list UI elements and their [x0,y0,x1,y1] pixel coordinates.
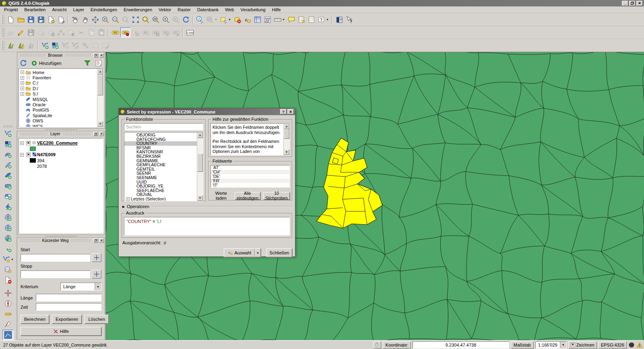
identify-features-button[interactable]: i [195,14,205,25]
layer-row-n47e009[interactable]: −✕N47E009 [19,152,103,158]
layer-visibility-checkbox[interactable]: ✕ [26,141,31,145]
scale-combo[interactable]: 1:166'029 ▼ [535,341,567,349]
browser-close-button[interactable]: ✕ [99,53,104,58]
export-button[interactable]: Exportieren [52,315,82,324]
coordinate-capture-button[interactable] [2,288,14,298]
zoom-out-button[interactable] [110,14,120,25]
toolbar-grip[interactable] [2,28,4,37]
field-values-list[interactable]: 'AT''CH''DE''FR''IT''LI' [211,165,290,188]
help-contents-button[interactable]: ? [334,14,344,25]
add-grass-vector-layer-button[interactable] [40,40,50,50]
function-list-item[interactable]: SEEFLAECHE [124,188,197,193]
capture-stop-point-button[interactable] [92,270,101,279]
text-annotation-button[interactable]: T▼ [316,14,330,25]
new-bookmark-button[interactable] [296,14,306,25]
length-input[interactable] [36,294,101,302]
select-features-button[interactable]: ▼ [219,14,232,25]
function-list-item[interactable]: KANTONSNR [124,150,197,154]
toolbar-grip[interactable] [3,125,13,128]
menu-verarbeitung[interactable]: Verarbeitung [237,7,268,12]
function-list-scrollbar[interactable]: ▲ ▼ [197,132,203,201]
zoom-to-selection-button[interactable] [140,14,151,25]
menu-datenbank[interactable]: Datenbank [194,7,222,12]
crs-status-button[interactable] [628,342,635,348]
help-button[interactable]: Hilfe [21,327,101,336]
add-wfs-layer-button[interactable] [2,233,14,244]
shortest-path-close-button[interactable]: ✕ [99,238,104,243]
minimize-button[interactable]: _ [622,1,628,6]
field-calculator-button[interactable] [262,14,272,25]
restore-button[interactable] [629,1,636,6]
menu-vektor[interactable]: Vektor [155,7,174,12]
browser-item-ows[interactable]: OWS [19,118,97,124]
new-shapefile-layer-button[interactable]: ▼ [2,254,14,264]
load-values-button[interactable]: Werte laden [211,191,232,200]
highlight-pinned-labels-button[interactable]: abc [110,27,120,37]
browser-properties-button[interactable] [94,59,103,68]
touch-zoom-and-pan-button[interactable] [70,14,80,25]
add-wcs-layer-button[interactable] [2,223,14,233]
start-input[interactable] [21,254,90,262]
browser-add-button[interactable]: Hinzufügen [30,59,64,68]
browser-item-s-[interactable]: +S:/ [19,91,97,97]
scroll-down-icon[interactable]: ▼ [97,121,103,127]
new-print-composer-button[interactable] [46,14,56,25]
browser-refresh-button[interactable] [19,59,28,68]
expander-icon[interactable]: − [20,153,24,157]
messages-button[interactable] [636,342,643,348]
pan-to-selection-button[interactable] [90,14,100,25]
layer-float-button[interactable] [93,132,98,136]
function-search-input[interactable] [124,123,203,130]
expander-icon[interactable]: + [21,76,24,80]
browser-filter-button[interactable] [83,59,92,68]
function-list-item[interactable]: GEMTEIL [124,167,197,171]
dialog-help-button[interactable]: ? [280,109,287,114]
remove-layer-button[interactable] [2,275,14,285]
browser-float-button[interactable] [93,53,98,58]
select-button[interactable]: ε Auswahl [224,248,255,257]
browser-item-postgis[interactable]: PostGIS [19,107,97,113]
expander-icon[interactable]: − [20,141,24,145]
field-value-item[interactable]: 'IT' [211,183,289,188]
menu-ansicht[interactable]: Ansicht [49,7,70,12]
expander-icon[interactable]: + [126,197,130,201]
scroll-up-icon[interactable]: ▲ [197,132,203,138]
function-list-item[interactable]: COUNTRY [124,141,197,146]
select-by-expression-button[interactable]: ε [242,14,252,25]
add-spatialite-layer-button[interactable] [2,160,14,170]
expander-icon[interactable]: + [21,70,24,74]
stop-input[interactable] [21,271,90,278]
function-list-item[interactable]: SEENR [124,171,197,176]
help-scrollbar[interactable]: ▲ ▼ [283,124,289,155]
calculate-button[interactable]: Berechnen [21,315,49,324]
menu-web[interactable]: Web [222,7,237,12]
add-raster-layer-button[interactable] [2,139,14,149]
zoom-to-layer-button[interactable] [151,14,161,25]
menu-einstellungen[interactable]: Einstellungen [87,7,120,12]
browser-item-wcs[interactable]: WCS [19,124,97,127]
open-attribute-table-button[interactable] [252,14,262,25]
function-list-item[interactable]: GEMFLAECHE [124,163,197,167]
layer-close-button[interactable]: ✕ [99,132,104,136]
expander-arrow-icon[interactable]: ▶ [122,205,125,209]
scroll-down-icon[interactable]: ▼ [284,149,289,155]
save-project-button[interactable] [26,14,36,25]
add-sqlanywhere-layer-button[interactable] [2,202,14,212]
menu-raster[interactable]: Raster [174,7,194,12]
layer-visibility-checkbox[interactable]: ✕ [26,153,31,157]
shortest-path-titlebar[interactable]: Kürzester Weg ✕ [17,237,105,243]
new-spatialite-layer-button[interactable] [2,264,14,275]
pipe-tool-button[interactable] [2,309,14,319]
show-bookmarks-button[interactable] [306,14,316,25]
scroll-up-icon[interactable]: ▲ [97,69,103,74]
all-unique-button[interactable]: Alle eindeutigen [235,192,260,200]
layer-legend-row[interactable]: 2078 [19,163,103,169]
browser-panel-titlebar[interactable]: Browser ✕ [17,52,105,58]
measure-button[interactable]: ▼ [272,14,286,25]
sample-button[interactable]: 10 Stichproben [263,192,290,200]
field-value-item[interactable]: 'DE' [211,174,289,179]
chevron-down-icon[interactable]: ▼ [282,18,285,21]
add-postgis-layer-button[interactable] [2,149,14,160]
field-value-item[interactable]: 'FR' [211,179,289,183]
chevron-down-icon[interactable]: ▼ [560,342,566,348]
